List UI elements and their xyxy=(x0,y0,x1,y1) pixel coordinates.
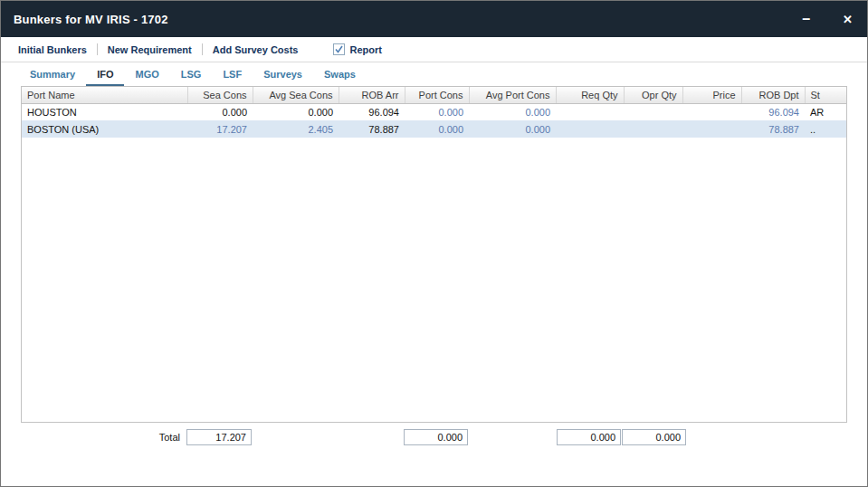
column-header-req-qty[interactable]: Req Qty xyxy=(556,87,624,103)
column-header-avg-port-cons[interactable]: Avg Port Cons xyxy=(469,87,556,103)
total-sea-cons: 17.207 xyxy=(186,429,252,445)
table-row[interactable]: BOSTON (USA) 17.207 2.405 78.887 0.000 0… xyxy=(22,120,847,138)
cell-rob-dpt[interactable]: 78.887 xyxy=(741,120,805,138)
cell-opr-qty[interactable] xyxy=(624,120,682,138)
tab-bar: Summary IFO MGO LSG LSF Surveys Swaps xyxy=(1,62,867,86)
cell-rob-dpt[interactable]: 96.094 xyxy=(741,103,805,120)
cell-avg-sea-cons[interactable]: 2.405 xyxy=(253,120,339,138)
column-header-port-cons[interactable]: Port Cons xyxy=(405,87,469,103)
cell-price[interactable] xyxy=(682,120,741,138)
tab-mgo[interactable]: MGO xyxy=(124,64,169,86)
total-opr-qty: 0.000 xyxy=(622,429,686,445)
cell-req-qty[interactable] xyxy=(556,120,624,138)
cell-sea-cons[interactable]: 17.207 xyxy=(187,120,253,138)
cell-port-cons[interactable]: 0.000 xyxy=(405,120,469,138)
tab-swaps[interactable]: Swaps xyxy=(313,64,367,86)
column-header-port-name[interactable]: Port Name xyxy=(22,87,187,103)
bunkers-grid: Port Name Sea Cons Avg Sea Cons ROB Arr … xyxy=(21,86,847,423)
report-button[interactable]: Report xyxy=(333,43,381,55)
column-header-opr-qty[interactable]: Opr Qty xyxy=(624,87,682,103)
report-icon xyxy=(333,43,345,55)
tab-surveys[interactable]: Surveys xyxy=(253,64,313,86)
column-header-st[interactable]: St xyxy=(805,87,847,103)
total-label: Total xyxy=(108,432,180,443)
toolbar: Initial Bunkers New Requirement Add Surv… xyxy=(1,37,867,62)
cell-rob-arr[interactable]: 78.887 xyxy=(339,120,405,138)
initial-bunkers-button[interactable]: Initial Bunkers xyxy=(8,44,97,55)
minimize-button[interactable]: – xyxy=(802,12,810,26)
cell-req-qty[interactable] xyxy=(556,103,624,120)
tab-summary[interactable]: Summary xyxy=(19,64,86,86)
table-header-row: Port Name Sea Cons Avg Sea Cons ROB Arr … xyxy=(22,87,847,103)
add-survey-costs-button[interactable]: Add Survey Costs xyxy=(203,44,309,55)
table-row[interactable]: HOUSTON 0.000 0.000 96.094 0.000 0.000 9… xyxy=(22,103,847,120)
cell-opr-qty[interactable] xyxy=(624,103,682,120)
tab-lsg[interactable]: LSG xyxy=(170,64,213,86)
close-button[interactable]: ✕ xyxy=(843,14,853,25)
bunkers-window: Bunkers for MV IRIS - 1702 – ✕ Initial B… xyxy=(0,0,868,487)
total-port-cons: 0.000 xyxy=(404,429,468,445)
cell-st[interactable]: AR xyxy=(805,103,847,120)
column-header-price[interactable]: Price xyxy=(682,87,741,103)
cell-price[interactable] xyxy=(682,103,741,120)
cell-rob-arr[interactable]: 96.094 xyxy=(339,103,405,120)
column-header-sea-cons[interactable]: Sea Cons xyxy=(187,87,253,103)
cell-port-cons[interactable]: 0.000 xyxy=(405,103,469,120)
cell-avg-port-cons[interactable]: 0.000 xyxy=(469,120,556,138)
totals-row: Total 17.207 0.000 0.000 0.000 xyxy=(1,429,867,447)
window-titlebar[interactable]: Bunkers for MV IRIS - 1702 – ✕ xyxy=(1,1,867,37)
tab-ifo[interactable]: IFO xyxy=(86,64,124,86)
tab-lsf[interactable]: LSF xyxy=(212,64,253,86)
cell-avg-port-cons[interactable]: 0.000 xyxy=(469,103,556,120)
report-label: Report xyxy=(345,44,381,55)
bunkers-table: Port Name Sea Cons Avg Sea Cons ROB Arr … xyxy=(22,87,847,138)
total-req-qty: 0.000 xyxy=(557,429,621,445)
column-header-rob-dpt[interactable]: ROB Dpt xyxy=(741,87,805,103)
column-header-rob-arr[interactable]: ROB Arr xyxy=(339,87,405,103)
cell-port-name[interactable]: BOSTON (USA) xyxy=(22,120,187,138)
column-header-avg-sea-cons[interactable]: Avg Sea Cons xyxy=(253,87,339,103)
cell-port-name[interactable]: HOUSTON xyxy=(22,103,187,120)
window-title: Bunkers for MV IRIS - 1702 xyxy=(14,13,802,26)
cell-sea-cons[interactable]: 0.000 xyxy=(187,103,253,120)
cell-avg-sea-cons[interactable]: 0.000 xyxy=(253,103,339,120)
cell-st[interactable]: .. xyxy=(805,120,847,138)
new-requirement-button[interactable]: New Requirement xyxy=(98,44,202,55)
